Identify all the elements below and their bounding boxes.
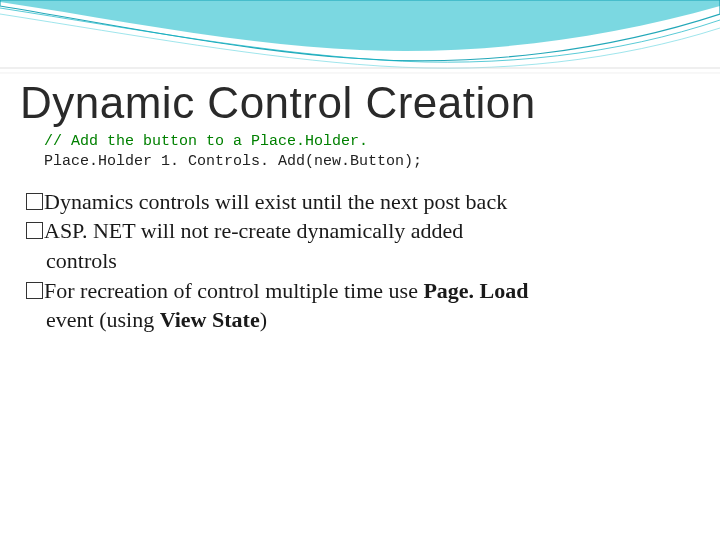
bullet-text: For recreation of control multiple time … [44, 278, 423, 303]
bullet-text: event (using [46, 307, 160, 332]
list-item-continuation: event (using View State) [26, 305, 700, 335]
bullet-text: Dynamics controls will exist until the n… [44, 189, 507, 214]
list-item: Dynamics controls will exist until the n… [26, 187, 700, 217]
square-bullet-icon [26, 222, 43, 239]
code-comment: // Add the button to a Place.Holder. [44, 133, 368, 150]
list-item-continuation: controls [26, 246, 700, 276]
slide-title: Dynamic Control Creation [20, 78, 700, 128]
list-item: For recreation of control multiple time … [26, 276, 700, 306]
square-bullet-icon [26, 193, 43, 210]
bold-text: Page. Load [423, 278, 528, 303]
code-snippet: // Add the button to a Place.Holder. Pla… [44, 132, 700, 173]
square-bullet-icon [26, 282, 43, 299]
bold-text: View State [160, 307, 260, 332]
bullet-text: ) [260, 307, 267, 332]
bullet-text: ASP. NET will not re-create dynamically … [44, 218, 463, 243]
bullet-text: controls [46, 248, 117, 273]
list-item: ASP. NET will not re-create dynamically … [26, 216, 700, 246]
code-line: Place.Holder 1. Controls. Add(new.Button… [44, 153, 422, 170]
bullet-list: Dynamics controls will exist until the n… [26, 187, 700, 335]
